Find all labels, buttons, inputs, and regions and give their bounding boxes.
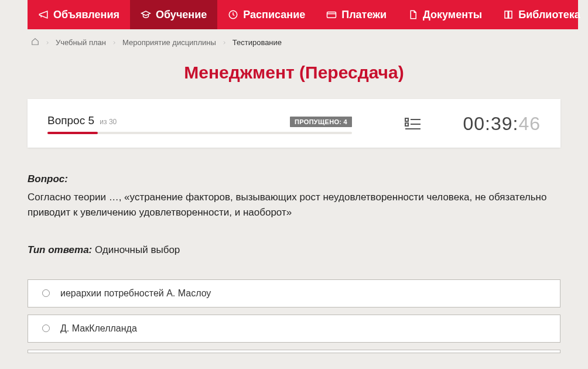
- question-label: Вопрос 5: [47, 114, 97, 127]
- breadcrumb: Учебный план Мероприятие дисциплины Тест…: [10, 29, 578, 52]
- chevron-right-icon: [45, 40, 50, 46]
- nav-label: Объявления: [53, 9, 119, 21]
- clock-icon: [228, 9, 238, 20]
- nav-payments[interactable]: Платежи: [316, 0, 397, 29]
- svg-rect-4: [405, 123, 408, 126]
- card-icon: [326, 9, 337, 20]
- answer-type: Тип ответа: Одиночный выбор: [28, 244, 560, 256]
- test-status-card: Вопрос 5 из 30 ПРОПУЩЕНО: 4: [28, 99, 560, 148]
- answer-option[interactable]: иерархии потребностей А. Маслоу: [28, 279, 560, 308]
- nav-schedule[interactable]: Расписание: [217, 0, 316, 29]
- chevron-right-icon: [222, 40, 227, 46]
- nav-documents[interactable]: Документы: [397, 0, 493, 29]
- question-total: из 30: [100, 118, 117, 126]
- question-body: Вопрос: Согласно теории …, «устранение ф…: [28, 173, 560, 256]
- main-nav: Объявления Обучение Расписание Платежи: [28, 0, 578, 29]
- breadcrumb-home[interactable]: [31, 37, 39, 47]
- nav-label: Обучение: [156, 9, 207, 21]
- answer-options: иерархии потребностей А. Маслоу Д. МакКл…: [28, 279, 560, 353]
- nav-label: Расписание: [243, 9, 305, 21]
- radio-icon: [42, 289, 50, 297]
- graduation-cap-icon: [141, 9, 151, 20]
- page-title: Менеджмент (Пересдача): [10, 63, 578, 83]
- question-progress-block: Вопрос 5 из 30 ПРОПУЩЕНО: 4: [47, 114, 352, 134]
- answer-type-value: Одиночный выбор: [95, 244, 180, 255]
- nav-label: Платежи: [341, 9, 387, 21]
- nav-announcements[interactable]: Объявления: [28, 0, 130, 29]
- nav-label: Библиотека: [518, 9, 580, 21]
- timer-seconds: 46: [518, 113, 541, 135]
- option-text: Д. МакКлелланда: [60, 323, 137, 334]
- nav-label: Документы: [423, 9, 482, 21]
- breadcrumb-curriculum[interactable]: Учебный план: [56, 38, 106, 47]
- svg-rect-1: [327, 12, 336, 18]
- timer-minutes: 00:39:: [463, 113, 518, 135]
- svg-rect-2: [405, 118, 408, 121]
- progress-fill: [47, 132, 98, 134]
- book-icon: [503, 9, 514, 20]
- progress-bar: [47, 132, 352, 134]
- nav-learning[interactable]: Обучение: [130, 0, 217, 29]
- document-icon: [408, 9, 418, 20]
- skipped-badge: ПРОПУЩЕНО: 4: [290, 117, 352, 127]
- question-text: Согласно теории …, «устранение факторов,…: [28, 190, 560, 221]
- breadcrumb-discipline-event[interactable]: Мероприятие дисциплины: [122, 38, 216, 47]
- home-icon: [31, 37, 39, 46]
- answer-option-partial[interactable]: [28, 350, 560, 353]
- breadcrumb-current: Тестирование: [233, 38, 282, 47]
- answer-type-label: Тип ответа:: [28, 244, 92, 255]
- question-heading: Вопрос:: [28, 173, 560, 185]
- answer-option[interactable]: Д. МакКлелланда: [28, 315, 560, 343]
- question-list-button[interactable]: [405, 117, 421, 131]
- nav-library[interactable]: Библиотека: [493, 0, 588, 29]
- megaphone-icon: [38, 9, 49, 20]
- timer: 00:39:46: [463, 113, 541, 135]
- radio-icon: [42, 324, 50, 332]
- option-text: иерархии потребностей А. Маслоу: [60, 288, 211, 299]
- chevron-right-icon: [112, 40, 117, 46]
